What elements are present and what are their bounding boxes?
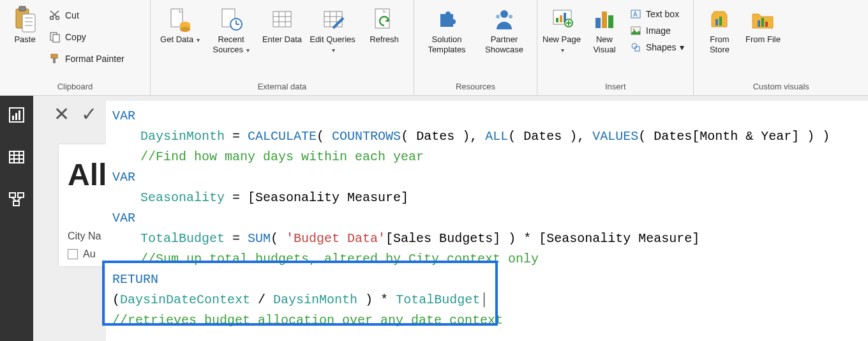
shapes-icon [629,41,642,54]
svg-point-51 [632,43,637,49]
edit-queries-label: Edit Queries [310,34,355,44]
store-icon [707,6,732,32]
copy-label: Copy [65,32,86,42]
partner-showcase-button[interactable]: Partner Showcase [475,4,533,58]
image-button[interactable]: Image [627,23,687,38]
text-cursor-icon [484,292,493,307]
dropdown-caret-icon: ▾ [195,36,200,43]
text-box-label: Text box [646,9,679,19]
svg-rect-27 [324,11,342,27]
clipboard-group-title: Clipboard [4,79,146,95]
ribbon-group-clipboard: Paste Cut Copy [0,0,151,95]
refresh-button[interactable]: Refresh [359,4,410,47]
svg-point-36 [509,15,513,19]
recent-sources-icon [218,6,244,32]
custom-group-title: Custom visuals [698,79,864,95]
external-group-title: External data [154,79,410,95]
svg-rect-57 [765,22,768,27]
svg-rect-59 [12,116,14,120]
get-data-button[interactable]: Get Data ▾ [154,4,206,47]
solution-templates-label: Solution Templates [419,34,474,56]
from-store-button[interactable]: From Store [698,4,741,58]
svg-rect-2 [22,14,35,32]
new-page-icon [550,6,575,32]
svg-point-35 [496,15,500,19]
from-file-label: From File [745,34,781,45]
svg-rect-12 [51,54,57,58]
cut-button[interactable]: Cut [46,8,127,23]
edit-queries-icon [320,6,346,32]
dropdown-caret-icon: ▾ [332,47,335,54]
dropdown-caret-icon: ▾ [561,47,564,54]
report-view-button[interactable] [5,103,28,126]
new-visual-label: New Visual [585,34,624,56]
svg-rect-22 [273,11,291,27]
svg-rect-60 [15,113,17,120]
from-store-label: From Store [699,34,740,56]
puzzle-icon [434,6,460,32]
commit-formula-button[interactable]: ✓ [81,105,97,124]
shapes-button[interactable]: Shapes ▾ [627,40,687,55]
enter-data-button[interactable]: Enter Data [257,4,308,47]
formula-bar: ✕ ✓ VAR DaysinMonth = CALCULATE( COUNTRO… [54,101,868,341]
svg-rect-45 [602,11,607,28]
bar-chart-icon [592,6,617,32]
svg-rect-38 [556,18,558,22]
solution-templates-button[interactable]: Solution Templates [418,4,475,58]
data-view-button[interactable] [5,146,28,169]
ribbon-group-external: Get Data ▾ Recent Sources ▾ Enter Data E… [151,0,414,95]
paste-label: Paste [14,34,35,45]
text-box-button[interactable]: A Text box [627,6,687,22]
new-page-label: New Page [542,34,581,44]
scissors-icon [49,9,61,22]
new-page-button[interactable]: New Page ▾ [541,4,583,58]
svg-rect-62 [10,151,24,163]
dropdown-caret-icon: ▾ [680,42,684,52]
text-box-icon: A [629,8,642,20]
new-visual-button[interactable]: New Visual [583,4,625,58]
svg-rect-54 [719,17,722,26]
format-painter-button[interactable]: Format Painter [46,51,127,66]
main-area: Allo City Na Au ✕ ✓ VAR DaysinMonth = CA… [0,96,868,341]
ribbon: Paste Cut Copy [0,0,868,96]
svg-text:A: A [633,11,638,18]
brush-icon [49,52,61,65]
resources-group-title: Resources [418,79,533,95]
refresh-icon [371,6,397,32]
insert-group-title: Insert [541,79,689,95]
svg-rect-44 [595,18,601,28]
cancel-formula-button[interactable]: ✕ [54,105,70,124]
dropdown-caret-icon: ▾ [244,47,250,54]
svg-rect-52 [635,47,640,51]
report-canvas: Allo City Na Au ✕ ✓ VAR DaysinMonth = CA… [33,96,868,341]
dax-editor[interactable]: VAR DaysinMonth = CALCULATE( COUNTROWS( … [106,101,868,341]
recent-sources-button[interactable]: Recent Sources ▾ [206,4,257,58]
person-icon [491,6,517,32]
enter-data-label: Enter Data [262,34,302,45]
shapes-label: Shapes [646,42,676,52]
ribbon-group-insert: New Page ▾ New Visual A Text box [537,0,694,95]
svg-rect-67 [10,193,15,197]
image-icon [629,24,642,37]
get-data-label: Get Data [160,34,193,44]
svg-point-34 [500,10,508,18]
recent-sources-label: Recent Sources [213,34,244,54]
copy-icon [49,31,61,43]
get-data-icon [167,6,193,32]
svg-rect-53 [715,19,718,26]
svg-rect-13 [53,58,56,63]
svg-rect-61 [19,110,20,120]
code-token: VAR [112,109,135,123]
model-view-button[interactable] [5,188,28,211]
ribbon-group-resources: Solution Templates Partner Showcase Reso… [414,0,537,95]
image-label: Image [646,26,671,36]
svg-rect-11 [53,34,59,42]
svg-rect-39 [560,15,562,22]
svg-rect-69 [13,201,19,206]
copy-button[interactable]: Copy [46,29,127,45]
from-file-button[interactable]: From File [741,4,784,47]
view-switcher [0,96,33,341]
svg-rect-56 [761,18,764,27]
paste-button[interactable]: Paste [4,4,46,47]
edit-queries-button[interactable]: Edit Queries ▾ [308,4,359,58]
